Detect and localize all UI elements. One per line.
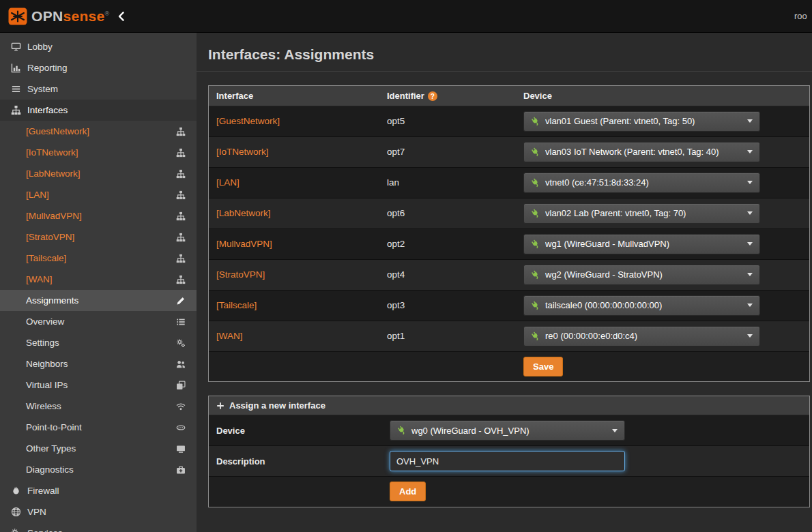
interface-link-iotnetwork[interactable]: [IoTNetwork]: [216, 147, 269, 157]
help-icon[interactable]: ?: [428, 91, 437, 101]
sidebar-item-label: [LabNetwork]: [26, 168, 81, 179]
identifier-cell: opt4: [379, 259, 516, 290]
identifier-cell: opt1: [379, 321, 516, 351]
sidebar-item-label: Services: [27, 528, 63, 532]
interface-link-tailscale[interactable]: [Tailscale]: [216, 300, 257, 310]
topbar-user-menu[interactable]: roo: [794, 11, 812, 21]
plug-icon: [531, 117, 540, 126]
brand[interactable]: OPNsense®: [0, 8, 197, 25]
sidebar-item-vpn[interactable]: VPN: [0, 501, 197, 522]
new-device-select[interactable]: wg0 (WireGuard - OVH_VPN): [390, 420, 625, 441]
plus-icon: [216, 402, 224, 410]
plug-icon: [531, 301, 540, 310]
device-select-stratovpn[interactable]: wg2 (WireGuard - StratoVPN): [523, 265, 760, 285]
sidebar-item-guestnetwork[interactable]: [GuestNetwork]: [0, 121, 197, 142]
device-select-lan[interactable]: vtnet0 (ce:47:51:8d:33:24): [523, 173, 760, 193]
sidebar-item-iotnetwork[interactable]: [IoTNetwork]: [0, 142, 197, 163]
identifier-cell: opt6: [379, 198, 516, 228]
page-header: Interfaces: Assignments: [197, 33, 812, 72]
sidebar-item-lobby[interactable]: Lobby: [0, 36, 197, 57]
interface-link-mullvadvpn[interactable]: [MullvadVPN]: [216, 239, 272, 249]
assign-description-row: Description: [209, 446, 809, 477]
plug-icon: [531, 178, 540, 188]
sitemap-icon: [176, 169, 186, 179]
sitemap-icon: [176, 148, 186, 158]
device-select-value: vlan02 Lab (Parent: vtnet0, Tag: 70): [545, 208, 686, 218]
pencil-icon: [176, 296, 186, 306]
description-label: Description: [209, 446, 382, 477]
table-row: [GuestNetwork]opt5vlan01 Guest (Parent: …: [209, 106, 809, 136]
sidebar-item-neighbors[interactable]: Neighbors: [0, 353, 197, 374]
description-input[interactable]: [390, 451, 625, 471]
sidebar-item-assignments[interactable]: Assignments: [0, 290, 197, 311]
sidebar-item-label: [WAN]: [26, 274, 53, 284]
add-button[interactable]: Add: [390, 482, 426, 501]
interface-link-wan[interactable]: [WAN]: [216, 331, 243, 341]
save-button[interactable]: Save: [523, 357, 563, 376]
sidebar-nav: LobbyReportingSystemInterfaces[GuestNetw…: [0, 33, 197, 532]
cogs-icon: [11, 528, 27, 532]
table-row: [IoTNetwork]opt7vlan03 IoT Network (Pare…: [209, 136, 809, 167]
device-select-wan[interactable]: re0 (00:00:00:e0:d0:c4): [523, 326, 760, 346]
sidebar-item-label: Other Types: [26, 443, 76, 454]
table-row: [MullvadVPN]opt2wg1 (WireGuard - Mullvad…: [209, 228, 809, 259]
assign-panel-header[interactable]: Assign a new interface: [209, 396, 809, 415]
interface-link-guestnetwork[interactable]: [GuestNetwork]: [216, 116, 280, 126]
sidebar-item-tailscale[interactable]: [Tailscale]: [0, 248, 197, 269]
sidebar-item-label: Diagnostics: [26, 464, 74, 475]
sidebar-item-mullvadvpn[interactable]: [MullvadVPN]: [0, 205, 197, 226]
device-select-guestnetwork[interactable]: vlan01 Guest (Parent: vtnet0, Tag: 50): [523, 111, 760, 132]
interface-link-stratovpn[interactable]: [StratoVPN]: [216, 269, 265, 280]
sidebar-item-stratovpn[interactable]: [StratoVPN]: [0, 226, 197, 248]
device-select-mullvadvpn[interactable]: wg1 (WireGuard - MullvadVPN): [523, 234, 760, 254]
assign-add-row: Add: [209, 477, 809, 507]
assignments-table-panel: Interface Identifier? Device [GuestNetwo…: [208, 85, 810, 382]
sidebar-item-label: Overview: [26, 316, 64, 327]
save-row: Save: [209, 351, 809, 381]
chart-icon: [11, 63, 27, 73]
sidebar-item-lan[interactable]: [LAN]: [0, 184, 197, 205]
globe-icon: [11, 507, 27, 517]
caret-down-icon: [747, 242, 753, 246]
sitemap-icon: [176, 211, 186, 221]
device-select-tailscale[interactable]: tailscale0 (00:00:00:00:00:00): [523, 295, 760, 316]
interface-link-lan[interactable]: [LAN]: [216, 177, 240, 188]
modem-icon: [176, 423, 186, 432]
device-select-value: vlan01 Guest (Parent: vtnet0, Tag: 50): [545, 116, 695, 126]
device-select-iotnetwork[interactable]: vlan03 IoT Network (Parent: vtnet0, Tag:…: [523, 142, 760, 162]
sidebar-item-wireless[interactable]: Wireless: [0, 396, 197, 417]
caret-down-icon: [747, 119, 753, 123]
column-header-identifier: Identifier?: [379, 86, 516, 106]
caret-down-icon: [747, 304, 753, 307]
sidebar-item-other-types[interactable]: Other Types: [0, 438, 197, 459]
sitemap-icon: [176, 233, 186, 242]
device-select-labnetwork[interactable]: vlan02 Lab (Parent: vtnet0, Tag: 70): [523, 203, 760, 224]
interface-link-labnetwork[interactable]: [LabNetwork]: [216, 208, 271, 218]
sidebar-item-label: Lobby: [27, 42, 53, 52]
monitor-icon: [11, 42, 27, 52]
column-header-device: Device: [516, 86, 809, 106]
sidebar-item-reporting[interactable]: Reporting: [0, 57, 197, 78]
table-row: [Tailscale]opt3tailscale0 (00:00:00:00:0…: [209, 290, 809, 321]
sidebar-item-services[interactable]: Services: [0, 522, 197, 532]
lines-icon: [11, 84, 27, 94]
sidebar-item-system[interactable]: System: [0, 78, 197, 100]
sidebar-item-settings[interactable]: Settings: [0, 332, 197, 353]
sidebar-item-label: Wireless: [26, 401, 61, 411]
sidebar-item-label: Interfaces: [27, 105, 68, 115]
identifier-cell: opt7: [379, 136, 516, 167]
sidebar-item-label: Assignments: [26, 295, 78, 306]
sidebar-item-labnetwork[interactable]: [LabNetwork]: [0, 163, 197, 184]
sidebar-item-firewall[interactable]: Firewall: [0, 480, 197, 501]
sidebar-item-point-to-point[interactable]: Point-to-Point: [0, 417, 197, 438]
sidebar-item-interfaces[interactable]: Interfaces: [0, 100, 197, 121]
sidebar-item-label: Point-to-Point: [26, 422, 82, 432]
sidebar-item-wan[interactable]: [WAN]: [0, 269, 197, 290]
caret-down-icon: [747, 334, 753, 338]
sidebar-item-diagnostics[interactable]: Diagnostics: [0, 459, 197, 480]
gears-icon: [176, 338, 186, 348]
sidebar-item-overview[interactable]: Overview: [0, 311, 197, 332]
sidebar-collapse-button[interactable]: [116, 11, 127, 22]
sidebar-item-virtual-ips[interactable]: Virtual IPs: [0, 374, 197, 396]
topbar: OPNsense® roo: [0, 0, 812, 33]
